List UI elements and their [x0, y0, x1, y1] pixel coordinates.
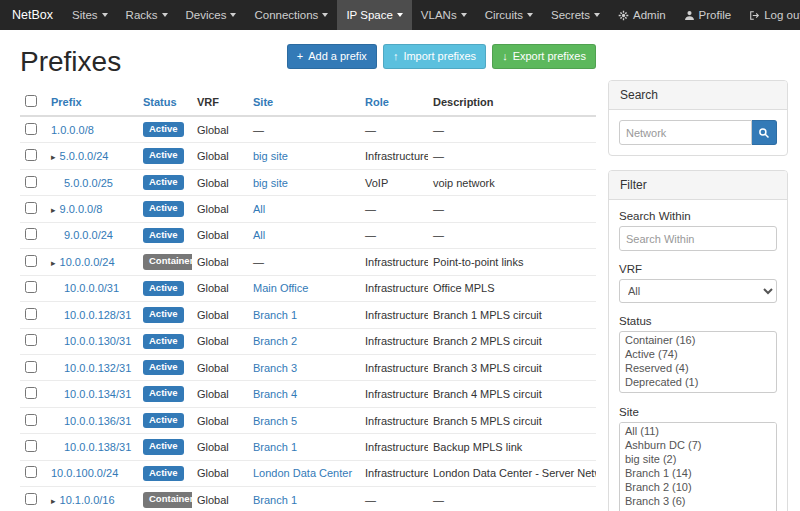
column-header-site[interactable]: Site — [248, 90, 360, 116]
vrf-select[interactable]: All — [619, 279, 777, 303]
select-option[interactable]: Branch 1 (14) — [621, 466, 775, 480]
site-link[interactable]: Branch 4 — [253, 388, 297, 400]
site-link[interactable]: All — [253, 229, 265, 241]
status-cell: Active — [138, 434, 192, 460]
prefix-link[interactable]: 10.0.0.128/31 — [64, 309, 131, 321]
site-link[interactable]: Branch 1 — [253, 494, 297, 506]
select-option[interactable]: Branch 3 (6) — [621, 494, 775, 508]
site-link[interactable]: Branch 3 — [253, 362, 297, 374]
row-select-cell — [20, 143, 46, 169]
select-option[interactable]: Container (16) — [621, 333, 775, 347]
row-checkbox[interactable] — [25, 255, 37, 267]
nav-item-vlans[interactable]: VLANs — [412, 0, 476, 30]
prefix-link[interactable]: 10.0.0.138/31 — [64, 441, 131, 453]
row-checkbox[interactable] — [25, 308, 37, 320]
search-within-input[interactable] — [619, 226, 777, 251]
row-checkbox[interactable] — [25, 387, 37, 399]
prefix-link[interactable]: 9.0.0.0/8 — [60, 203, 103, 215]
status-cell: Active — [138, 302, 192, 328]
column-header-prefix[interactable]: Prefix — [46, 90, 138, 116]
row-checkbox[interactable] — [25, 149, 37, 161]
add-a-prefix-button[interactable]: +Add a prefix — [287, 44, 377, 69]
row-checkbox[interactable] — [25, 176, 37, 188]
prefix-cell: 10.0.0.132/31 — [46, 354, 138, 380]
nav-item-profile[interactable]: Profile — [675, 0, 741, 30]
nav-item-ip-space[interactable]: IP Space — [337, 0, 411, 30]
site-link[interactable]: All — [253, 203, 265, 215]
nav-item-racks[interactable]: Racks — [117, 0, 177, 30]
site-link[interactable]: London Data Center — [253, 467, 352, 479]
select-option[interactable]: Reserved (4) — [621, 361, 775, 375]
button-label: Export prefixes — [513, 49, 586, 64]
vrf-cell: Global — [192, 460, 248, 486]
select-option[interactable]: big site (2) — [621, 452, 775, 466]
site-link[interactable]: Branch 1 — [253, 309, 297, 321]
user-icon — [684, 10, 695, 21]
select-all-checkbox[interactable] — [25, 95, 37, 107]
row-checkbox[interactable] — [25, 440, 37, 452]
description-cell: — — [428, 116, 596, 143]
column-header-role[interactable]: Role — [360, 90, 428, 116]
prefix-link[interactable]: 1.0.0.0/8 — [51, 124, 94, 136]
status-cell: Active — [138, 328, 192, 354]
table-row: ▸9.0.0.0/8ActiveGlobalAll—— — [20, 196, 596, 222]
description-cell: Office MPLS — [428, 275, 596, 301]
site-link[interactable]: Branch 1 — [253, 441, 297, 453]
row-checkbox[interactable] — [25, 281, 37, 293]
prefix-link[interactable]: 10.0.0.134/31 — [64, 388, 131, 400]
search-button[interactable] — [752, 120, 777, 145]
site-link[interactable]: big site — [253, 177, 288, 189]
prefix-link[interactable]: 5.0.0.0/24 — [60, 150, 109, 162]
prefix-link[interactable]: 10.0.0.0/24 — [60, 256, 115, 268]
row-checkbox[interactable] — [25, 202, 37, 214]
site-link[interactable]: big site — [253, 150, 288, 162]
prefix-link[interactable]: 5.0.0.0/25 — [64, 177, 113, 189]
column-header-status[interactable]: Status — [138, 90, 192, 116]
import-prefixes-button[interactable]: ↑Import prefixes — [383, 44, 486, 69]
site-label: Site — [619, 406, 777, 418]
site-link[interactable]: Branch 5 — [253, 415, 297, 427]
description-cell: voip network — [428, 169, 596, 195]
nav-item-log-out[interactable]: Log out — [740, 0, 800, 30]
site-select[interactable]: All (11)Ashburn DC (7)big site (2)Branch… — [619, 422, 777, 511]
row-checkbox[interactable] — [25, 466, 37, 478]
row-checkbox[interactable] — [25, 414, 37, 426]
vrf-cell: Global — [192, 196, 248, 222]
prefix-link[interactable]: 10.0.100.0/24 — [51, 467, 118, 479]
nav-item-sites[interactable]: Sites — [63, 0, 117, 30]
select-option[interactable]: Branch 2 (10) — [621, 480, 775, 494]
nav-item-admin[interactable]: Admin — [609, 0, 675, 30]
status-select[interactable]: Container (16)Active (74)Reserved (4)Dep… — [619, 331, 777, 393]
site-cell: Branch 5 — [248, 407, 360, 433]
role-cell: VoIP — [360, 169, 428, 195]
app-brand[interactable]: NetBox — [12, 0, 53, 30]
select-option[interactable]: All (11) — [621, 424, 775, 438]
row-checkbox[interactable] — [25, 361, 37, 373]
vrf-cell: Global — [192, 487, 248, 511]
nav-item-devices[interactable]: Devices — [177, 0, 246, 30]
prefix-link[interactable]: 10.0.0.136/31 — [64, 415, 131, 427]
prefix-table-body: 1.0.0.0/8ActiveGlobal———▸5.0.0.0/24Activ… — [20, 116, 596, 511]
select-option[interactable]: Deprecated (1) — [621, 375, 775, 389]
nav-item-circuits[interactable]: Circuits — [476, 0, 542, 30]
prefix-link[interactable]: 9.0.0.0/24 — [64, 229, 113, 241]
row-checkbox[interactable] — [25, 334, 37, 346]
row-select-cell — [20, 328, 46, 354]
row-checkbox[interactable] — [25, 493, 37, 505]
site-cell: Branch 4 — [248, 381, 360, 407]
prefix-link[interactable]: 10.0.0.132/31 — [64, 362, 131, 374]
site-link[interactable]: Main Office — [253, 282, 308, 294]
row-checkbox[interactable] — [25, 228, 37, 240]
description-cell: Branch 2 MPLS circuit — [428, 328, 596, 354]
select-option[interactable]: Active (74) — [621, 347, 775, 361]
site-link[interactable]: Branch 2 — [253, 335, 297, 347]
prefix-link[interactable]: 10.0.0.0/31 — [64, 282, 119, 294]
export-prefixes-button[interactable]: ↓Export prefixes — [492, 44, 596, 69]
search-input[interactable] — [619, 120, 752, 145]
prefix-link[interactable]: 10.0.0.130/31 — [64, 335, 131, 347]
row-checkbox[interactable] — [25, 123, 37, 135]
nav-item-secrets[interactable]: Secrets — [542, 0, 609, 30]
nav-item-connections[interactable]: Connections — [245, 0, 337, 30]
prefix-link[interactable]: 10.1.0.0/16 — [60, 494, 115, 506]
select-option[interactable]: Ashburn DC (7) — [621, 438, 775, 452]
